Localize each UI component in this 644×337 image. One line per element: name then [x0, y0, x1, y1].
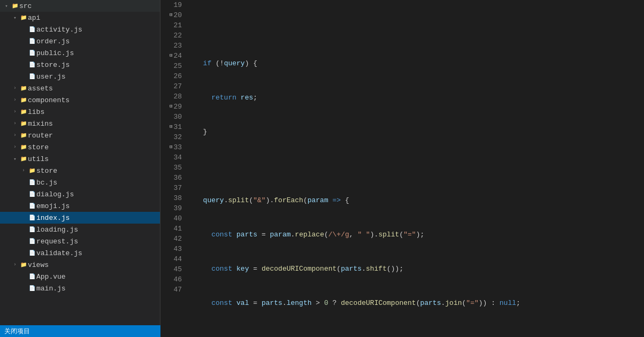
code-line-26: const key = decodeURIComponent(parts.shi…: [193, 264, 644, 274]
file-icon-public: 📄: [28, 49, 36, 57]
label-order: order.js: [36, 37, 160, 45]
gutter-41: 41: [160, 224, 184, 234]
file-icon-validate: 📄: [28, 249, 36, 257]
gutter-36: 36: [160, 173, 184, 183]
tree-item-user[interactable]: 📄 user.js: [0, 71, 160, 82]
file-icon-emoji: 📄: [28, 202, 36, 210]
file-icon-user: 📄: [28, 72, 36, 81]
code-line-20: if (!query) {: [193, 58, 644, 68]
file-icon-store-api: 📄: [28, 60, 36, 69]
folder-icon-components: 📁: [19, 96, 28, 104]
tree-item-components[interactable]: 📁 components: [0, 94, 160, 106]
tree-item-emoji[interactable]: 📄 emoji.js: [0, 200, 160, 212]
tree-item-index[interactable]: 📄 index.js: [0, 212, 160, 224]
label-validate: validate.js: [36, 249, 160, 257]
gutter-26: 26: [160, 71, 184, 81]
label-main: main.js: [36, 285, 160, 293]
folder-icon-assets: 📁: [19, 84, 28, 93]
code-line-28: [193, 332, 644, 337]
gutter-34: 34: [160, 152, 184, 163]
label-activity: activity.js: [36, 26, 160, 34]
label-store: store: [28, 143, 160, 151]
gutter-46: 46: [160, 274, 184, 285]
tree-item-src[interactable]: 📁 src: [0, 0, 160, 12]
gutter-44: 44: [160, 254, 184, 264]
file-icon-order: 📄: [28, 37, 36, 45]
label-mixins: mixins: [28, 120, 160, 128]
label-libs: libs: [28, 108, 160, 116]
tree-item-order[interactable]: 📄 order.js: [0, 35, 160, 47]
label-api: api: [28, 14, 160, 22]
tree-item-activity[interactable]: 📄 activity.js: [0, 24, 160, 35]
label-store-api: store.js: [36, 61, 160, 69]
folder-icon-views: 📁: [19, 261, 28, 269]
gutter-27: 27: [160, 81, 184, 91]
tree-item-dialog[interactable]: 📄 dialog.js: [0, 188, 160, 200]
gutter-43: 43: [160, 244, 184, 254]
status-bar: 关闭项目: [0, 325, 160, 337]
folder-icon-libs: 📁: [19, 108, 28, 116]
gutter-22: 22: [160, 30, 184, 41]
tree-item-assets[interactable]: 📁 assets: [0, 82, 160, 94]
code-line-25: const parts = param.replace(/\+/g, " ").…: [193, 229, 644, 240]
gutter-31: ⊟31: [160, 122, 184, 132]
gutter-21: 21: [160, 20, 184, 30]
chevron-utils-store: [19, 168, 28, 173]
code-line-24: query.split("&").forEach(param => {: [193, 195, 644, 205]
tree-item-libs[interactable]: 📁 libs: [0, 106, 160, 118]
folder-icon-api: 📁: [19, 13, 28, 22]
code-content: if (!query) { return res; } query.split(…: [184, 0, 644, 337]
tree-item-store[interactable]: 📁 store: [0, 141, 160, 153]
gutter-42: 42: [160, 234, 184, 244]
chevron-src: [2, 3, 11, 9]
gutter-39: 39: [160, 203, 184, 213]
tree-item-mixins[interactable]: 📁 mixins: [0, 118, 160, 129]
folder-icon-router: 📁: [19, 131, 28, 140]
line-number-gutter: 19 ⊟20 21 22 23 ⊟24 25 26 27 28 ⊟29 30 ⊟…: [160, 0, 184, 337]
label-app-vue: App.vue: [36, 273, 160, 281]
folder-icon-store: 📁: [19, 143, 28, 151]
gutter-33: ⊟33: [160, 142, 184, 152]
file-icon-loading: 📄: [28, 225, 36, 234]
tree-item-store-api[interactable]: 📄 store.js: [0, 59, 160, 71]
file-icon-bc: 📄: [28, 178, 36, 187]
gutter-29: ⊟29: [160, 102, 184, 112]
gutter-37: 37: [160, 183, 184, 193]
gutter-47: 47: [160, 285, 184, 295]
tree-item-main[interactable]: 📄 main.js: [0, 282, 160, 294]
label-utils-store: store: [36, 167, 160, 175]
label-public: public.js: [36, 49, 160, 57]
file-icon-dialog: 📄: [28, 190, 36, 198]
gutter-24: ⊟24: [160, 51, 184, 61]
code-editor[interactable]: 19 ⊟20 21 22 23 ⊟24 25 26 27 28 ⊟29 30 ⊟…: [160, 0, 644, 337]
tree-item-bc[interactable]: 📄 bc.js: [0, 177, 160, 188]
file-icon-activity: 📄: [28, 25, 36, 34]
folder-icon-src: 📁: [11, 2, 19, 10]
tree-item-loading[interactable]: 📄 loading.js: [0, 224, 160, 235]
label-components: components: [28, 96, 160, 104]
code-line-19: [193, 24, 644, 34]
tree-item-validate[interactable]: 📄 validate.js: [0, 247, 160, 259]
label-user: user.js: [36, 73, 160, 81]
gutter-23: 23: [160, 41, 184, 51]
label-request: request.js: [36, 238, 160, 246]
code-line-27: const val = parts.length > 0 ? decodeURI…: [193, 298, 644, 308]
tree-item-utils[interactable]: 📁 utils: [0, 153, 160, 165]
tree-item-utils-store[interactable]: 📁 store: [0, 165, 160, 177]
file-icon-request: 📄: [28, 237, 36, 246]
tree-item-public[interactable]: 📄 public.js: [0, 47, 160, 59]
gutter-45: 45: [160, 264, 184, 274]
label-views: views: [28, 261, 160, 269]
chevron-utils: [11, 156, 19, 162]
label-src: src: [19, 2, 160, 10]
gutter-38: 38: [160, 193, 184, 203]
file-icon-main: 📄: [28, 284, 36, 293]
chevron-components: [11, 97, 19, 103]
tree-item-request[interactable]: 📄 request.js: [0, 235, 160, 247]
tree-item-router[interactable]: 📁 router: [0, 129, 160, 141]
tree-item-views[interactable]: 📁 views: [0, 259, 160, 271]
folder-icon-utils-store: 📁: [28, 166, 36, 175]
tree-item-app-vue[interactable]: 📄 App.vue: [0, 271, 160, 282]
tree-item-api[interactable]: 📁 api: [0, 12, 160, 24]
chevron-libs: [11, 109, 19, 114]
